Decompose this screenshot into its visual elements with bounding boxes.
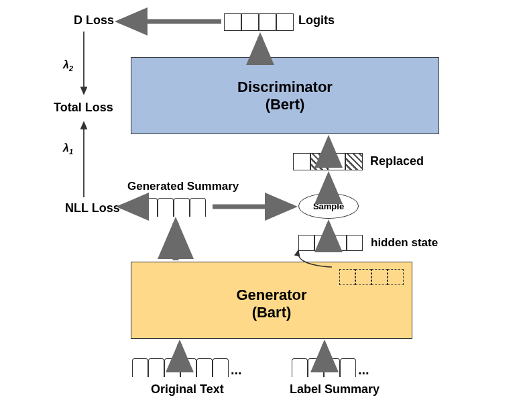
replaced-label: Replaced: [370, 154, 424, 168]
dashed-tokens: [339, 269, 404, 285]
d-loss-label: D Loss: [74, 13, 114, 28]
lambda1-label: λ1: [63, 142, 73, 156]
label-summary-tokens: [292, 358, 356, 377]
replaced-tokens: [293, 153, 363, 170]
discriminator-block: Discriminator (Bert): [131, 57, 439, 134]
logits-label: Logits: [298, 13, 335, 28]
discriminator-name: Discriminator: [237, 78, 333, 96]
generator-name: Generator: [236, 286, 306, 304]
generator-model: (Bart): [236, 304, 306, 321]
architecture-diagram: D Loss Logits Discriminator (Bert) λ2 To…: [0, 0, 525, 420]
ellipsis-1: ...: [231, 362, 242, 378]
total-loss-label: Total Loss: [54, 101, 113, 115]
hidden-state-tokens: [298, 235, 363, 251]
ellipsis-2: ...: [358, 362, 369, 378]
generated-summary-tokens: [141, 198, 206, 217]
generated-summary-label: Generated Summary: [127, 180, 239, 193]
nll-loss-label: NLL Loss: [65, 201, 120, 215]
original-text-tokens: [132, 358, 229, 377]
generator-block: Generator (Bart): [131, 262, 412, 339]
logits-tokens: [224, 13, 294, 31]
sample-node: Sample: [298, 193, 359, 219]
original-text-label: Original Text: [151, 382, 224, 397]
discriminator-model: (Bert): [266, 96, 305, 113]
hidden-state-label: hidden state: [371, 236, 438, 250]
lambda2-label: λ2: [63, 59, 73, 72]
label-summary-label: Label Summary: [290, 382, 380, 397]
